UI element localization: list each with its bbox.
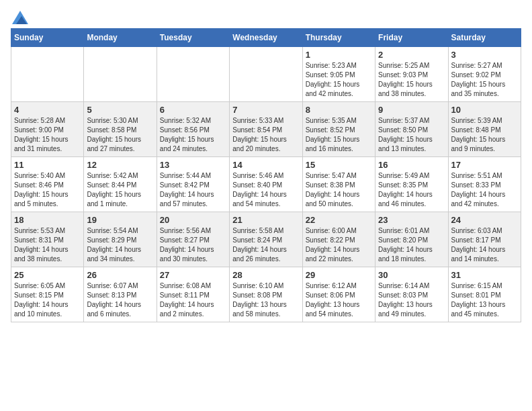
calendar-cell: 28 Sunrise: 6:10 AMSunset: 8:08 PMDaylig… <box>230 267 302 322</box>
day-number: 26 <box>87 270 153 280</box>
day-number: 29 <box>306 270 372 280</box>
header <box>11 11 521 21</box>
day-number: 23 <box>378 215 445 225</box>
calendar-cell <box>11 47 84 102</box>
day-number: 28 <box>232 270 299 280</box>
day-number: 3 <box>451 50 518 60</box>
day-sunrise: Sunrise: 5:54 AMSunset: 8:29 PMDaylight:… <box>87 227 141 263</box>
calendar-table: SundayMondayTuesdayWednesdayThursdayFrid… <box>11 28 521 322</box>
day-number: 31 <box>451 270 518 280</box>
calendar-cell: 11 Sunrise: 5:40 AMSunset: 8:46 PMDaylig… <box>11 157 84 212</box>
week-row-4: 18 Sunrise: 5:53 AMSunset: 8:31 PMDaylig… <box>11 212 521 267</box>
calendar-cell: 7 Sunrise: 5:33 AMSunset: 8:54 PMDayligh… <box>230 102 302 157</box>
day-sunrise: Sunrise: 6:05 AMSunset: 8:15 PMDaylight:… <box>14 282 69 318</box>
calendar-cell: 26 Sunrise: 6:07 AMSunset: 8:13 PMDaylig… <box>84 267 157 322</box>
day-number: 18 <box>14 215 81 225</box>
day-number: 21 <box>232 215 299 225</box>
day-number: 15 <box>306 160 372 170</box>
day-sunrise: Sunrise: 5:51 AMSunset: 8:33 PMDaylight:… <box>451 172 506 208</box>
calendar-cell <box>230 47 302 102</box>
calendar-cell: 2 Sunrise: 5:25 AMSunset: 9:03 PMDayligh… <box>375 47 448 102</box>
day-number: 25 <box>14 270 81 280</box>
day-sunrise: Sunrise: 6:08 AMSunset: 8:11 PMDaylight:… <box>160 282 214 318</box>
calendar-cell: 19 Sunrise: 5:54 AMSunset: 8:29 PMDaylig… <box>84 212 157 267</box>
day-sunrise: Sunrise: 5:37 AMSunset: 8:50 PMDaylight:… <box>378 117 433 152</box>
day-sunrise: Sunrise: 5:44 AMSunset: 8:42 PMDaylight:… <box>160 172 214 208</box>
day-number: 22 <box>306 215 372 225</box>
day-number: 27 <box>160 270 226 280</box>
day-sunrise: Sunrise: 5:25 AMSunset: 9:03 PMDaylight:… <box>378 62 433 97</box>
calendar-cell: 23 Sunrise: 6:01 AMSunset: 8:20 PMDaylig… <box>375 212 448 267</box>
day-number: 12 <box>87 160 153 170</box>
days-header-row: SundayMondayTuesdayWednesdayThursdayFrid… <box>11 29 521 47</box>
calendar-cell <box>157 47 229 102</box>
day-sunrise: Sunrise: 6:14 AMSunset: 8:03 PMDaylight:… <box>378 282 433 318</box>
week-row-3: 11 Sunrise: 5:40 AMSunset: 8:46 PMDaylig… <box>11 157 521 212</box>
day-number: 4 <box>14 105 81 115</box>
calendar-cell: 6 Sunrise: 5:32 AMSunset: 8:56 PMDayligh… <box>157 102 229 157</box>
day-number: 19 <box>87 215 153 225</box>
week-row-5: 25 Sunrise: 6:05 AMSunset: 8:15 PMDaylig… <box>11 267 521 322</box>
day-sunrise: Sunrise: 5:28 AMSunset: 9:00 PMDaylight:… <box>14 117 69 152</box>
day-number: 1 <box>306 50 372 60</box>
day-sunrise: Sunrise: 5:58 AMSunset: 8:24 PMDaylight:… <box>232 227 287 263</box>
calendar-cell: 3 Sunrise: 5:27 AMSunset: 9:02 PMDayligh… <box>448 47 521 102</box>
calendar-cell: 1 Sunrise: 5:23 AMSunset: 9:05 PMDayligh… <box>302 47 375 102</box>
day-header-saturday: Saturday <box>448 29 521 47</box>
day-sunrise: Sunrise: 6:00 AMSunset: 8:22 PMDaylight:… <box>306 227 360 263</box>
day-sunrise: Sunrise: 5:39 AMSunset: 8:48 PMDaylight:… <box>451 117 506 152</box>
week-row-1: 1 Sunrise: 5:23 AMSunset: 9:05 PMDayligh… <box>11 47 521 102</box>
day-sunrise: Sunrise: 5:42 AMSunset: 8:44 PMDaylight:… <box>87 172 141 208</box>
day-number: 2 <box>378 50 445 60</box>
calendar-cell: 8 Sunrise: 5:35 AMSunset: 8:52 PMDayligh… <box>302 102 375 157</box>
day-header-wednesday: Wednesday <box>230 29 302 47</box>
day-number: 10 <box>451 105 518 115</box>
day-header-monday: Monday <box>84 29 157 47</box>
calendar-cell: 18 Sunrise: 5:53 AMSunset: 8:31 PMDaylig… <box>11 212 84 267</box>
calendar-cell: 5 Sunrise: 5:30 AMSunset: 8:58 PMDayligh… <box>84 102 157 157</box>
day-sunrise: Sunrise: 5:46 AMSunset: 8:40 PMDaylight:… <box>232 172 287 208</box>
day-sunrise: Sunrise: 5:23 AMSunset: 9:05 PMDaylight:… <box>306 62 360 97</box>
day-sunrise: Sunrise: 6:03 AMSunset: 8:17 PMDaylight:… <box>451 227 506 263</box>
day-number: 9 <box>378 105 445 115</box>
day-sunrise: Sunrise: 5:56 AMSunset: 8:27 PMDaylight:… <box>160 227 214 263</box>
day-sunrise: Sunrise: 5:53 AMSunset: 8:31 PMDaylight:… <box>14 227 69 263</box>
day-header-friday: Friday <box>375 29 448 47</box>
day-sunrise: Sunrise: 6:12 AMSunset: 8:06 PMDaylight:… <box>306 282 360 318</box>
logo <box>11 11 27 21</box>
day-number: 17 <box>451 160 518 170</box>
day-header-sunday: Sunday <box>11 29 84 47</box>
calendar-cell <box>84 47 157 102</box>
day-sunrise: Sunrise: 6:15 AMSunset: 8:01 PMDaylight:… <box>451 282 506 318</box>
day-sunrise: Sunrise: 6:01 AMSunset: 8:20 PMDaylight:… <box>378 227 433 263</box>
calendar-cell: 20 Sunrise: 5:56 AMSunset: 8:27 PMDaylig… <box>157 212 229 267</box>
day-sunrise: Sunrise: 5:40 AMSunset: 8:46 PMDaylight:… <box>14 172 69 208</box>
day-number: 24 <box>451 215 518 225</box>
day-number: 20 <box>160 215 226 225</box>
day-sunrise: Sunrise: 5:49 AMSunset: 8:35 PMDaylight:… <box>378 172 433 208</box>
day-number: 13 <box>160 160 226 170</box>
calendar-cell: 10 Sunrise: 5:39 AMSunset: 8:48 PMDaylig… <box>448 102 521 157</box>
calendar-cell: 14 Sunrise: 5:46 AMSunset: 8:40 PMDaylig… <box>230 157 302 212</box>
calendar-cell: 24 Sunrise: 6:03 AMSunset: 8:17 PMDaylig… <box>448 212 521 267</box>
week-row-2: 4 Sunrise: 5:28 AMSunset: 9:00 PMDayligh… <box>11 102 521 157</box>
calendar-cell: 15 Sunrise: 5:47 AMSunset: 8:38 PMDaylig… <box>302 157 375 212</box>
calendar-cell: 25 Sunrise: 6:05 AMSunset: 8:15 PMDaylig… <box>11 267 84 322</box>
day-number: 7 <box>232 105 299 115</box>
calendar-cell: 12 Sunrise: 5:42 AMSunset: 8:44 PMDaylig… <box>84 157 157 212</box>
day-sunrise: Sunrise: 5:35 AMSunset: 8:52 PMDaylight:… <box>306 117 360 152</box>
day-sunrise: Sunrise: 5:47 AMSunset: 8:38 PMDaylight:… <box>306 172 360 208</box>
calendar-cell: 9 Sunrise: 5:37 AMSunset: 8:50 PMDayligh… <box>375 102 448 157</box>
day-sunrise: Sunrise: 5:30 AMSunset: 8:58 PMDaylight:… <box>87 117 141 152</box>
day-number: 5 <box>87 105 153 115</box>
day-sunrise: Sunrise: 6:10 AMSunset: 8:08 PMDaylight:… <box>232 282 287 318</box>
logo-icon <box>12 11 28 24</box>
day-number: 6 <box>160 105 226 115</box>
calendar-cell: 31 Sunrise: 6:15 AMSunset: 8:01 PMDaylig… <box>448 267 521 322</box>
day-number: 8 <box>306 105 372 115</box>
calendar-cell: 30 Sunrise: 6:14 AMSunset: 8:03 PMDaylig… <box>375 267 448 322</box>
calendar-cell: 27 Sunrise: 6:08 AMSunset: 8:11 PMDaylig… <box>157 267 229 322</box>
day-number: 16 <box>378 160 445 170</box>
calendar-cell: 22 Sunrise: 6:00 AMSunset: 8:22 PMDaylig… <box>302 212 375 267</box>
day-number: 14 <box>232 160 299 170</box>
